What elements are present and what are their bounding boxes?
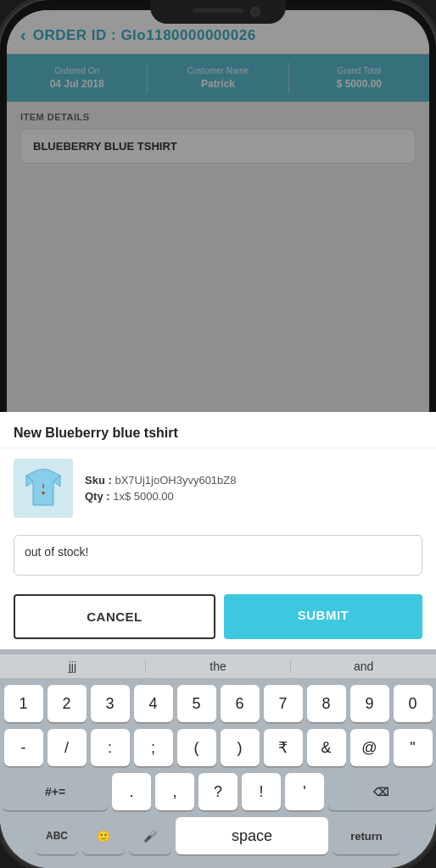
tshirt-illustration: I ♥ [18, 463, 69, 514]
keyboard-suggestions: jjj the and [7, 654, 429, 678]
keyboard-row-symbols: - / : ; ( ) ₹ & @ " [7, 729, 429, 766]
key-space[interactable]: space [176, 817, 328, 854]
key-slash[interactable]: / [48, 729, 87, 766]
key-microphone[interactable]: 🎤 [129, 817, 171, 854]
modal-input-area: out of stock! [7, 528, 429, 586]
modal-buttons: CANCEL SUBMIT [7, 586, 429, 649]
key-amp[interactable]: & [307, 729, 346, 766]
key-semicolon[interactable]: ; [134, 729, 173, 766]
key-4[interactable]: 4 [134, 685, 173, 722]
key-2[interactable]: 2 [48, 685, 87, 722]
key-rupee[interactable]: ₹ [264, 729, 303, 766]
key-8[interactable]: 8 [307, 685, 346, 722]
key-1[interactable]: 1 [7, 685, 43, 722]
key-period[interactable]: . [112, 773, 151, 810]
keyboard-bottom-row: ABC 🙂 🎤 space return [7, 817, 429, 861]
key-emoji[interactable]: 🙂 [82, 817, 125, 854]
backspace-key[interactable]: ⌫ [328, 773, 429, 810]
key-5[interactable]: 5 [177, 685, 216, 722]
key-comma[interactable]: , [155, 773, 194, 810]
key-7[interactable]: 7 [264, 685, 303, 722]
key-apostrophe[interactable]: ' [285, 773, 324, 810]
phone-frame: ‹ ORDER ID : Glo1180000000026 Ordered On… [0, 0, 436, 868]
key-question[interactable]: ? [198, 773, 238, 810]
notch-speaker [193, 8, 243, 13]
key-quote[interactable]: " [394, 729, 430, 766]
svg-text:♥: ♥ [42, 490, 45, 496]
svg-text:I: I [42, 482, 44, 490]
keyboard: jjj the and 1 2 3 4 5 6 7 8 9 [7, 649, 429, 861]
key-9[interactable]: 9 [350, 685, 389, 722]
key-0[interactable]: 0 [394, 685, 430, 722]
suggestion-2[interactable]: and [291, 659, 429, 673]
phone-notch [150, 0, 286, 24]
key-lparen[interactable]: ( [177, 729, 216, 766]
key-exclaim[interactable]: ! [242, 773, 281, 810]
key-hashtag-plus[interactable]: #+= [7, 773, 108, 810]
notch-camera [250, 7, 260, 17]
modal-overlay: New Blueberry blue tshirt [7, 10, 429, 861]
key-return[interactable]: return [333, 817, 400, 854]
key-rparen[interactable]: ) [221, 729, 260, 766]
product-details: Sku : bX7Uj1joOH3yvy601bZ8 Qty : 1x$ 500… [85, 474, 422, 503]
suggestion-0[interactable]: jjj [7, 659, 146, 673]
suggestion-1[interactable]: the [146, 659, 292, 673]
cancel-button[interactable]: CANCEL [14, 594, 215, 639]
key-dash[interactable]: - [7, 729, 43, 766]
key-at[interactable]: @ [350, 729, 389, 766]
submit-button[interactable]: SUBMIT [224, 594, 422, 639]
key-abc[interactable]: ABC [36, 817, 78, 854]
keyboard-row-misc: #+= . , ? ! ' ⌫ [7, 773, 429, 810]
rejection-reason-input[interactable]: out of stock! [14, 535, 422, 576]
product-image: I ♥ [14, 459, 73, 518]
screen: ‹ ORDER ID : Glo1180000000026 Ordered On… [7, 10, 429, 861]
modal-product-row: I ♥ Sku : bX7Uj1joOH3yvy601bZ8 Qty : 1x$… [7, 448, 429, 528]
key-6[interactable]: 6 [221, 685, 260, 722]
modal-container: New Blueberry blue tshirt [7, 412, 429, 861]
modal-title: New Blueberry blue tshirt [7, 412, 429, 448]
product-sku: Sku : bX7Uj1joOH3yvy601bZ8 [85, 474, 422, 487]
key-3[interactable]: 3 [91, 685, 130, 722]
keyboard-row-numbers: 1 2 3 4 5 6 7 8 9 0 [7, 685, 429, 722]
product-qty: Qty : 1x$ 5000.00 [85, 490, 422, 503]
key-colon[interactable]: : [91, 729, 130, 766]
